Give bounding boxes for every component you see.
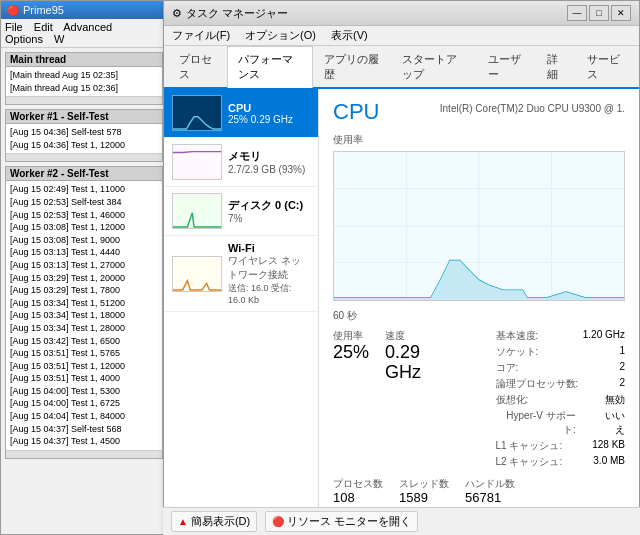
logical-procs-row: 論理プロセッサ数: 2 bbox=[496, 377, 626, 391]
thread-line: [Aug 15 04:00] Test 1, 6725 bbox=[10, 397, 158, 410]
threads-stat: スレッド数 1589 bbox=[399, 477, 449, 505]
taskman-title: タスク マネージャー bbox=[186, 6, 288, 21]
thread-line: [Aug 15 04:36] Self-test 578 bbox=[10, 126, 158, 139]
thread-line: [Aug 15 03:51] Test 1, 5765 bbox=[10, 347, 158, 360]
l1-cache-row: L1 キャッシュ: 128 KB bbox=[496, 439, 626, 453]
menu-options[interactable]: Options bbox=[5, 33, 43, 45]
thread-line: [Main thread Aug 15 02:36] bbox=[10, 82, 158, 95]
perf-item-info-1: メモリ2.7/2.9 GB (93%) bbox=[228, 149, 310, 175]
perf-sidebar-item-0[interactable]: CPU25% 0.29 GHz bbox=[164, 89, 318, 138]
thread-line: [Aug 15 03:34] Test 1, 18000 bbox=[10, 309, 158, 322]
cores-label: コア: bbox=[496, 361, 519, 375]
thread-line: [Main thread Aug 15 02:35] bbox=[10, 69, 158, 82]
cpu-graph bbox=[333, 151, 625, 301]
simple-view-button[interactable]: ▲ 簡易表示(D) bbox=[171, 511, 257, 532]
thread-line: [Aug 15 04:37] Self-test 568 bbox=[10, 423, 158, 436]
titlebar-left: ⚙ タスク マネージャー bbox=[172, 6, 288, 21]
taskmanager-window: ⚙ タスク マネージャー — □ ✕ ファイル(F) オプション(O) 表示(V… bbox=[163, 0, 640, 535]
svg-rect-2 bbox=[173, 194, 221, 228]
handles-label: ハンドル数 bbox=[465, 477, 515, 491]
thread-section-0: Main thread[Main thread Aug 15 02:35][Ma… bbox=[5, 52, 163, 105]
perf-item-graph-1 bbox=[172, 144, 222, 180]
perf-sidebar-item-2[interactable]: ディスク 0 (C:)7% bbox=[164, 187, 318, 236]
hyperv-label: Hyper-V サポート: bbox=[496, 409, 576, 437]
thread-title-2: Worker #2 - Self-Test bbox=[6, 167, 162, 181]
l1-cache-value: 128 KB bbox=[592, 439, 625, 453]
perf-item-graph-3 bbox=[172, 256, 222, 292]
cpu-detail-inner: CPU Intel(R) Core(TM)2 Duo CPU U9300 @ 1… bbox=[333, 99, 625, 529]
thread-line: [Aug 15 04:36] Test 1, 12000 bbox=[10, 139, 158, 152]
thread-content-0: [Main thread Aug 15 02:35][Main thread A… bbox=[6, 67, 162, 96]
thread-line: [Aug 15 02:49] Test 1, 11000 bbox=[10, 183, 158, 196]
performance-detail: CPU Intel(R) Core(TM)2 Duo CPU U9300 @ 1… bbox=[319, 89, 639, 529]
thread-scrollbar-1[interactable] bbox=[6, 153, 162, 161]
stats-row1: 使用率 25% 速度 0.29 GHz 基本速度: 1.20 GHz bbox=[333, 329, 625, 471]
cores-row: コア: 2 bbox=[496, 361, 626, 375]
graph-time-label: 60 秒 bbox=[333, 309, 625, 323]
menu-advanced[interactable]: Advanced bbox=[63, 21, 112, 33]
resource-monitor-button[interactable]: 🔴 リソース モニターを開く bbox=[265, 511, 418, 532]
base-speed-label: 基本速度: bbox=[496, 329, 539, 343]
processes-value: 108 bbox=[333, 491, 383, 505]
usage-value: 25% bbox=[333, 343, 369, 363]
thread-scrollbar-0[interactable] bbox=[6, 96, 162, 104]
speed-value: 0.29 GHz bbox=[385, 343, 459, 383]
cpu-model: Intel(R) Core(TM)2 Duo CPU U9300 @ 1. bbox=[440, 103, 625, 114]
perf-item-value-0: 25% 0.29 GHz bbox=[228, 114, 310, 125]
tab-ユーザー[interactable]: ユーザー bbox=[477, 46, 536, 87]
tab-スタートアップ[interactable]: スタートアップ bbox=[391, 46, 477, 87]
menu-w[interactable]: W bbox=[54, 33, 64, 45]
thread-line: [Aug 15 03:08] Test 1, 9000 bbox=[10, 234, 158, 247]
threads-label: スレッド数 bbox=[399, 477, 449, 491]
perf-item-label-1: メモリ bbox=[228, 149, 310, 164]
menu-file[interactable]: File bbox=[5, 21, 23, 33]
thread-line: [Aug 15 02:53] Self-test 384 bbox=[10, 196, 158, 209]
base-speed-row: 基本速度: 1.20 GHz bbox=[496, 329, 626, 343]
perf-item-value-2: 7% bbox=[228, 213, 310, 224]
cpu-graph-svg bbox=[334, 152, 624, 300]
prime95-threads: Main thread[Main thread Aug 15 02:35][Ma… bbox=[1, 52, 167, 459]
perf-item-value-3: ワイヤレス ネットワーク接続 bbox=[228, 254, 310, 282]
right-specs: 基本速度: 1.20 GHz ソケット: 1 コア: 2 論理プロセッサ数: bbox=[496, 329, 626, 471]
thread-line: [Aug 15 03:13] Test 1, 27000 bbox=[10, 259, 158, 272]
perf-item-info-2: ディスク 0 (C:)7% bbox=[228, 198, 310, 224]
thread-section-2: Worker #2 - Self-Test[Aug 15 02:49] Test… bbox=[5, 166, 163, 458]
perf-item-label-2: ディスク 0 (C:) bbox=[228, 198, 310, 213]
taskmanager-bottombar: ▲ 簡易表示(D) 🔴 リソース モニターを開く bbox=[163, 507, 640, 535]
tab-プロセス[interactable]: プロセス bbox=[168, 46, 227, 87]
tab-パフォーマンス[interactable]: パフォーマンス bbox=[227, 46, 313, 88]
menu-options[interactable]: オプション(O) bbox=[245, 29, 316, 41]
thread-line: [Aug 15 03:51] Test 1, 12000 bbox=[10, 360, 158, 373]
thread-scrollbar-2[interactable] bbox=[6, 450, 162, 458]
usage-label: 使用率 bbox=[333, 329, 369, 343]
base-speed-value: 1.20 GHz bbox=[583, 329, 625, 343]
menu-edit[interactable]: Edit bbox=[34, 21, 53, 33]
menu-view[interactable]: 表示(V) bbox=[331, 29, 368, 41]
taskmanager-titlebar: ⚙ タスク マネージャー — □ ✕ bbox=[164, 1, 639, 26]
tab-サービス[interactable]: サービス bbox=[576, 46, 635, 87]
thread-line: [Aug 15 04:04] Test 1, 84000 bbox=[10, 410, 158, 423]
resource-monitor-label: リソース モニターを開く bbox=[287, 514, 411, 529]
thread-line: [Aug 15 02:53] Test 1, 46000 bbox=[10, 209, 158, 222]
usage-rate-label: 使用率 bbox=[333, 133, 625, 147]
maximize-button[interactable]: □ bbox=[589, 5, 609, 21]
cpu-header: CPU Intel(R) Core(TM)2 Duo CPU U9300 @ 1… bbox=[333, 99, 625, 125]
minimize-button[interactable]: — bbox=[567, 5, 587, 21]
menu-file[interactable]: ファイル(F) bbox=[172, 29, 230, 41]
prime95-title: Prime95 bbox=[23, 4, 64, 16]
thread-line: [Aug 15 04:37] Test 1, 4500 bbox=[10, 435, 158, 448]
thread-content-2: [Aug 15 02:49] Test 1, 11000[Aug 15 02:5… bbox=[6, 181, 162, 449]
logical-procs-label: 論理プロセッサ数: bbox=[496, 377, 579, 391]
close-button[interactable]: ✕ bbox=[611, 5, 631, 21]
thread-line: [Aug 15 03:29] Test 1, 20000 bbox=[10, 272, 158, 285]
thread-line: [Aug 15 03:29] Test 1, 7800 bbox=[10, 284, 158, 297]
taskmanager-tabs: プロセスパフォーマンスアプリの履歴スタートアップユーザー詳細サービス bbox=[164, 46, 639, 89]
handles-stat: ハンドル数 56781 bbox=[465, 477, 515, 505]
tab-アプリの履歴[interactable]: アプリの履歴 bbox=[313, 46, 390, 87]
perf-sidebar-item-1[interactable]: メモリ2.7/2.9 GB (93%) bbox=[164, 138, 318, 187]
taskman-icon: ⚙ bbox=[172, 7, 182, 20]
perf-sidebar-item-3[interactable]: Wi-Fiワイヤレス ネットワーク接続送信: 16.0 受信: 16.0 Kb bbox=[164, 236, 318, 312]
virtualization-value: 無効 bbox=[605, 393, 625, 407]
tab-詳細[interactable]: 詳細 bbox=[536, 46, 576, 87]
simple-view-label: 簡易表示(D) bbox=[191, 514, 250, 529]
